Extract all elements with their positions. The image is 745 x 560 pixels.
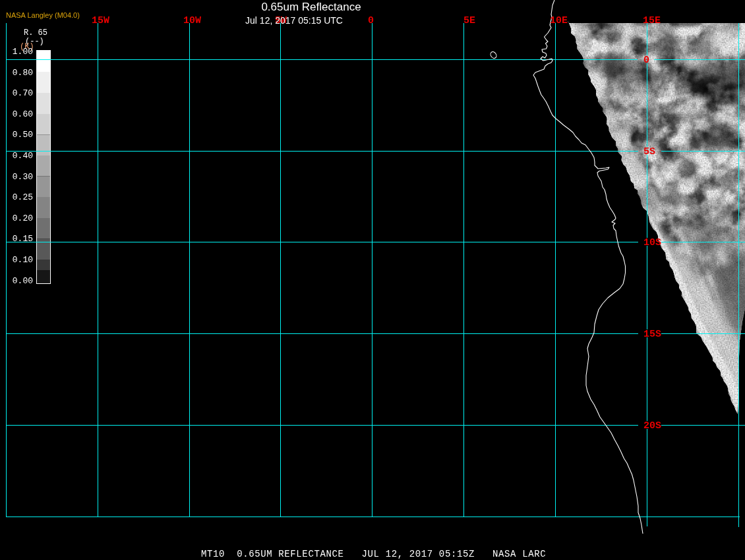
svg-text:15W: 15W [92,15,109,26]
svg-text:15S: 15S [643,329,661,340]
svg-text:0: 0 [368,15,374,26]
svg-text:Jul 12, 2017 05:15 UTC: Jul 12, 2017 05:15 UTC [245,15,343,26]
svg-text:0.65um Reflectance: 0.65um Reflectance [261,1,361,13]
svg-text:0.60: 0.60 [13,109,33,119]
svg-text:0.40: 0.40 [13,151,33,161]
svg-text:15E: 15E [643,15,661,26]
svg-text:0.25: 0.25 [13,192,33,202]
svg-text:10S: 10S [643,237,661,248]
svg-text:10E: 10E [550,15,568,26]
svg-text:1.00: 1.00 [13,47,33,57]
svg-text:0.10: 0.10 [13,255,33,265]
svg-text:0.15: 0.15 [13,234,33,244]
svg-text:5E: 5E [463,15,475,26]
svg-text:0.20: 0.20 [13,213,33,223]
svg-text:0.80: 0.80 [13,68,33,78]
svg-text:0.00: 0.00 [13,276,33,286]
svg-text:MT10 0.65UM REFLECTANCE JUL: MT10 0.65UM REFLECTANCE JUL 12, 2017 05:… [201,549,546,559]
svg-text:5S: 5S [643,146,655,157]
svg-text:R. 65: R. 65 [24,28,47,38]
svg-text:0: 0 [643,55,649,66]
svg-text:20S: 20S [643,420,661,432]
svg-text:NASA Langley (M04.0): NASA Langley (M04.0) [6,11,80,19]
svg-text:0.30: 0.30 [13,172,33,182]
svg-text:0.70: 0.70 [13,88,33,98]
svg-text:0.50: 0.50 [13,130,33,140]
svg-text:10W: 10W [183,15,201,26]
